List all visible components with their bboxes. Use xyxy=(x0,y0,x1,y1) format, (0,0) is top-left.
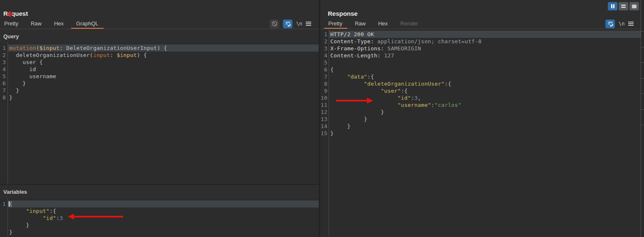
code-line: 13 } xyxy=(320,116,641,123)
code-line: } xyxy=(0,229,319,236)
soft-wrap-button[interactable] xyxy=(283,20,292,28)
response-body-section: 1HTTP/2 200 OK2Content-Type: application… xyxy=(320,29,641,237)
response-panel: Response Pretty Raw Hex Render \n 1HTTP/… xyxy=(320,0,641,237)
line-number: 7 xyxy=(320,73,329,80)
line-number: 15 xyxy=(320,130,329,137)
code-line: 15} xyxy=(320,130,641,137)
square-icon xyxy=(632,5,637,8)
line-number: 9 xyxy=(320,87,329,94)
code-line-text: "id":3 xyxy=(7,215,319,222)
line-number: 8 xyxy=(320,80,329,87)
code-line-text: "user":{ xyxy=(329,87,641,94)
show-newlines-button[interactable]: \n xyxy=(619,21,624,27)
line-number: 1 xyxy=(0,200,7,207)
burp-repeater-view: Request Pretty Raw Hex GraphQL xyxy=(0,0,644,237)
layout-rows-button[interactable] xyxy=(619,2,628,10)
code-line: 6{ xyxy=(320,66,641,73)
line-number: 10 xyxy=(320,94,329,101)
line-number: 14 xyxy=(320,123,329,130)
text-caret xyxy=(9,201,10,207)
code-line: 12 } xyxy=(320,109,641,116)
code-line: } xyxy=(0,222,319,229)
word-wrap-icon xyxy=(607,20,614,27)
tab-response-render[interactable]: Render xyxy=(395,19,423,29)
variables-editor[interactable]: 1{ "input":{ "id":3 }} xyxy=(0,198,319,237)
editor-menu-icon[interactable] xyxy=(306,22,311,26)
code-line-text: } xyxy=(329,130,641,137)
code-line: 1mutation($input: DeleteOrganizationUser… xyxy=(0,44,319,52)
code-line-text: deleteOrganizationUser(input: $input) { xyxy=(7,52,319,59)
line-number: 7 xyxy=(0,87,7,94)
tab-request-raw[interactable]: Raw xyxy=(26,19,47,29)
code-line: 6 } xyxy=(0,80,319,87)
variables-section-label: Variables xyxy=(0,185,319,198)
response-tabs: Pretty Raw Hex Render xyxy=(324,19,423,29)
line-number xyxy=(0,207,7,215)
red-cross-annotation xyxy=(7,11,13,17)
editor-menu-icon[interactable] xyxy=(628,22,634,26)
query-section-label: Query xyxy=(0,29,319,42)
code-line-text: } xyxy=(7,229,319,236)
code-line: 8} xyxy=(0,94,319,101)
code-line-text: } xyxy=(329,123,641,130)
tab-response-raw[interactable]: Raw xyxy=(350,19,371,29)
request-panel: Request Pretty Raw Hex GraphQL xyxy=(0,0,319,237)
code-line-text: { xyxy=(7,200,319,207)
query-section: Query 1mutation($input: DeleteOrganizati… xyxy=(0,29,319,184)
line-number: 3 xyxy=(320,45,329,52)
line-number: 13 xyxy=(320,116,329,123)
code-line: "input":{ xyxy=(0,207,319,215)
tab-request-pretty[interactable]: Pretty xyxy=(0,19,23,29)
code-line-text: } xyxy=(7,222,319,229)
line-number: 12 xyxy=(320,109,329,116)
tab-response-hex[interactable]: Hex xyxy=(373,19,393,29)
show-newlines-button[interactable]: \n xyxy=(296,21,302,27)
tab-request-graphql[interactable]: GraphQL xyxy=(71,19,103,29)
code-line-text: "id":3, xyxy=(329,94,641,101)
line-number: 8 xyxy=(0,94,7,101)
code-line-text: mutation($input: DeleteOrganizationUserI… xyxy=(7,44,319,52)
annotation-arrow-response-id xyxy=(336,98,373,104)
eye-slash-icon xyxy=(271,20,278,27)
code-line-text: } xyxy=(7,87,319,94)
request-tabs: Pretty Raw Hex GraphQL xyxy=(0,19,104,29)
code-line: 4 id xyxy=(0,66,319,73)
code-line-text: "input":{ xyxy=(7,207,319,215)
line-number: 4 xyxy=(0,66,7,73)
code-line: 1HTTP/2 200 OK xyxy=(320,31,641,38)
tab-response-pretty[interactable]: Pretty xyxy=(324,19,347,29)
line-number: 1 xyxy=(0,44,7,52)
layout-columns-button[interactable] xyxy=(608,2,617,10)
request-editor-toolbar: \n xyxy=(270,19,311,28)
variables-section: Variables 1{ "input":{ "id":3 }} xyxy=(0,184,319,237)
pause-icon xyxy=(611,4,612,8)
code-line: 4Content-Length: 127 xyxy=(320,52,641,59)
code-line-text: "username":"carlos" xyxy=(329,101,641,109)
code-line-text: Content-Type: application/json; charset=… xyxy=(329,38,641,45)
soft-wrap-button[interactable] xyxy=(605,20,615,28)
line-number xyxy=(0,222,7,229)
layout-single-button[interactable] xyxy=(629,2,639,10)
code-line-text: } xyxy=(7,80,319,87)
line-number: 6 xyxy=(320,66,329,73)
response-editor[interactable]: 1HTTP/2 200 OK2Content-Type: application… xyxy=(320,29,641,237)
code-line: 2 deleteOrganizationUser(input: $input) … xyxy=(0,52,319,59)
code-line-text: } xyxy=(329,109,641,116)
line-number: 5 xyxy=(0,73,7,80)
response-scrollbar[interactable] xyxy=(641,0,644,237)
code-line: 2Content-Type: application/json; charset… xyxy=(320,38,641,45)
code-line: 8 "deleteOrganizationUser":{ xyxy=(320,80,641,87)
hide-nonprintable-button[interactable] xyxy=(270,20,279,28)
line-number: 1 xyxy=(320,31,329,38)
line-number: 4 xyxy=(320,52,329,59)
code-line-text: id xyxy=(7,66,319,73)
tab-request-hex[interactable]: Hex xyxy=(49,19,69,29)
line-number xyxy=(0,215,7,222)
line-number: 2 xyxy=(320,38,329,45)
line-number: 5 xyxy=(320,59,329,66)
code-line: 7 "data":{ xyxy=(320,73,641,80)
query-editor[interactable]: 1mutation($input: DeleteOrganizationUser… xyxy=(0,42,319,185)
code-line: 5 xyxy=(320,59,641,66)
code-line-text: "deleteOrganizationUser":{ xyxy=(329,80,641,87)
layout-controls xyxy=(608,2,639,10)
